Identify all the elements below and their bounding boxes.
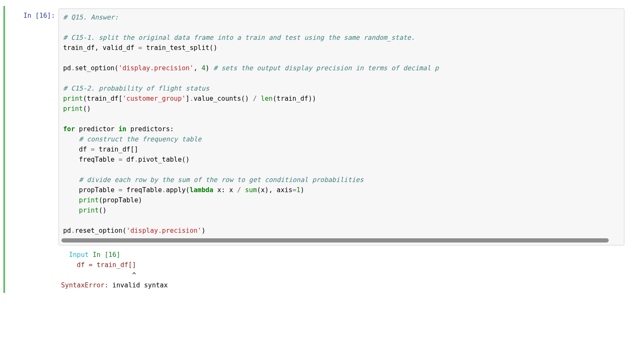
code-line-10: print() [63,105,91,113]
code-line-9: print(train_df['customer_group'].value_c… [63,95,316,102]
input-prompt: In [16]: [23,12,55,19]
tb-line-3: ^ [61,271,136,279]
error-output: Input In [16] df = train_df[] ^ SyntaxEr… [61,250,624,290]
code-line-22: pd.reset_option('display.precision') [63,227,205,234]
code-line-1: # Q15. Answer: [63,14,119,21]
code-input-area[interactable]: # Q15. Answer: # C15-1. split the origin… [58,8,624,245]
code-line-8: # C15-2. probability of flight status [63,85,209,92]
scrollbar-thumb[interactable] [61,238,609,243]
horizontal-scrollbar[interactable] [61,238,621,243]
tb-line-1: Input In [16] [61,251,120,259]
code-line-20: print() [63,207,107,214]
code-scroll-region[interactable]: # Q15. Answer: # C15-1. split the origin… [59,9,624,238]
code-line-3: # C15-1. split the original data frame i… [63,34,415,41]
code-line-13: # construct the frequency table [63,135,202,143]
code-line-18: propTable = freqTable.apply(lambda x: x … [63,186,304,194]
code-line-15: freqTable = df.pivot_table() [63,156,190,163]
code-line-4: train_df, valid_df = train_test_split() [63,44,217,52]
code-line-12: for predictor in predictors: [63,125,174,133]
code-line-6: pd.set_option('display.precision', 4) # … [63,64,439,72]
prompt-column: In [16]: [5,8,58,290]
tb-line-4: SyntaxError: invalid syntax [61,281,168,289]
code-editor[interactable]: # Q15. Answer: # C15-1. split the origin… [63,12,620,236]
code-line-14: df = train_df[] [63,146,138,153]
code-cell: In [16]: # Q15. Answer: # C15-1. split t… [3,6,629,293]
tb-line-2: df = train_df[] [61,261,136,269]
notebook-wrap: In [16]: # Q15. Answer: # C15-1. split t… [0,0,632,364]
output-area: Input In [16] df = train_df[] ^ SyntaxEr… [58,245,624,290]
code-line-19: print(propTable) [63,196,142,204]
code-line-17: # divide each row by the sum of the row … [63,176,363,184]
cell-body: # Q15. Answer: # C15-1. split the origin… [58,8,629,290]
